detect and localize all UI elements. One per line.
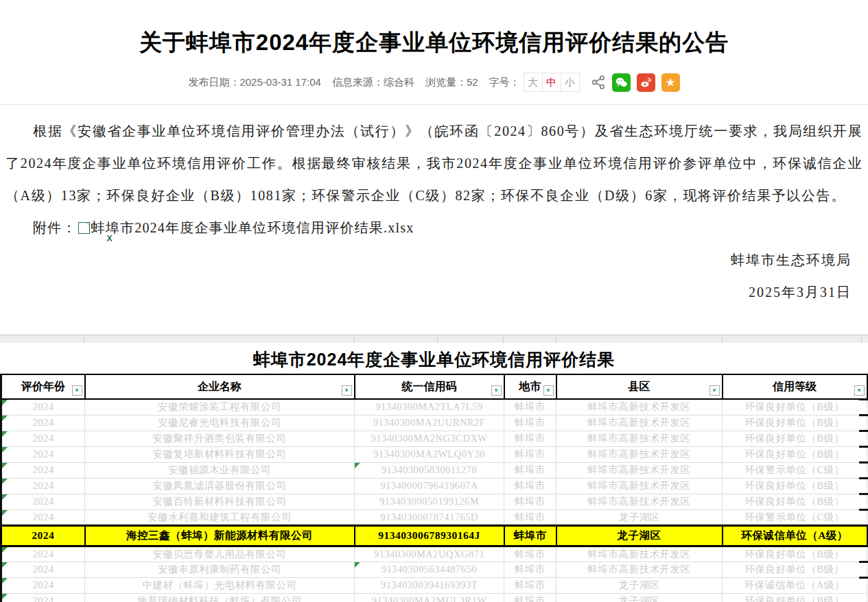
cell-flag-icon bbox=[2, 510, 8, 516]
attachment-label: 附件： bbox=[33, 220, 77, 235]
table-row-highlighted[interactable]: 2024海控三鑫（蚌埠）新能源材料有限公司91340300678930164J蚌… bbox=[1, 525, 867, 546]
header-code-label: 统一信用码 bbox=[402, 381, 457, 392]
wechat-icon[interactable] bbox=[612, 73, 631, 92]
page-title-text: 关于蚌埠市2024年度企事业单位环境信用评价结果的公告 bbox=[139, 29, 729, 55]
signature-org: 蚌埠市生态环境局 bbox=[5, 244, 852, 276]
cell-flag-icon bbox=[2, 416, 8, 421]
filter-grade-icon[interactable]: ▼ bbox=[854, 385, 865, 396]
fontsize-medium-button[interactable]: 中 bbox=[542, 73, 561, 92]
header-divider bbox=[0, 104, 868, 105]
header-city: 地市▼ bbox=[504, 374, 556, 399]
cell-flag-icon bbox=[2, 562, 8, 568]
row-end-marker bbox=[859, 398, 868, 400]
page-title: 关于蚌埠市2024年度企事业单位环境信用评价结果的公告 bbox=[0, 27, 868, 58]
row-end-marker bbox=[859, 446, 868, 448]
announcement-paragraph: 根据《安徽省企事业单位环境信用评价管理办法（试行）》（皖环函〔2024〕860号… bbox=[5, 115, 863, 212]
spreadsheet-embed: 蚌埠市2024年度企事业单位环境信用评价结果 评价年份▼ 企业名称▼ 统一信用码… bbox=[0, 335, 868, 602]
filter-company-icon[interactable]: ▼ bbox=[342, 385, 352, 396]
view-count-label: 浏览量： bbox=[425, 76, 467, 88]
signature-date: 2025年3月31日 bbox=[5, 276, 852, 309]
header-year-label: 评价年份 bbox=[21, 381, 65, 392]
table-row[interactable]: 2024施普瑞德材料科技（蚌埠）有限公司91340300MA2MUL3R1W蚌埠… bbox=[1, 593, 867, 602]
row-end-marker bbox=[859, 577, 868, 579]
attachment-line: 附件：蚌埠市2024年度企事业单位环境信用评价结果.xlsx bbox=[5, 212, 863, 244]
share-bar: ★ bbox=[591, 73, 680, 92]
info-source-value: 综合科 bbox=[384, 76, 414, 88]
row-end-marker bbox=[859, 461, 868, 463]
table-row[interactable]: 2024安徽丰原利康制药有限公司913403005634487650蚌埠市蚌埠市… bbox=[1, 562, 867, 577]
row-end-marker bbox=[859, 477, 868, 479]
table-row[interactable]: 2024安徽尼睿光电科技有限公司91340300MA2UURNR2F蚌埠市蚌埠市… bbox=[1, 415, 867, 431]
info-source: 信息来源：综合科 bbox=[332, 76, 414, 89]
header-company-label: 企业名称 bbox=[198, 381, 242, 392]
article-body: 根据《安徽省企事业单位环境信用评价管理办法（试行）》（皖环函〔2024〕860号… bbox=[0, 115, 868, 309]
header-grade-label: 信用等级 bbox=[773, 381, 817, 392]
table-row[interactable]: 2024安徽荣耀涂装工程有限公司91340300MA2TLA7L59蚌埠市蚌埠市… bbox=[1, 399, 867, 415]
header-company: 企业名称▼ bbox=[85, 374, 355, 399]
header-year: 评价年份▼ bbox=[1, 374, 85, 399]
filter-code-icon[interactable]: ▼ bbox=[491, 385, 502, 396]
cell-flag-icon bbox=[2, 479, 8, 484]
cell-flag-icon bbox=[355, 562, 360, 568]
fontsize-small-button[interactable]: 小 bbox=[561, 73, 580, 92]
cell-flag-icon bbox=[2, 547, 8, 553]
table-row[interactable]: 2024安徽复培新材料科技有限公司91340300MA2WLQ0Y30蚌埠市蚌埠… bbox=[1, 446, 867, 462]
info-source-label: 信息来源： bbox=[332, 76, 384, 88]
spreadsheet-top-strip bbox=[0, 335, 868, 344]
signature-block: 蚌埠市生态环境局 2025年3月31日 bbox=[5, 244, 863, 309]
table-row[interactable]: 2024安徽水利嘉和建筑工程有限公司91340300078741765D蚌埠市龙… bbox=[1, 509, 867, 525]
attachment-link[interactable]: 蚌埠市2024年度企事业单位环境信用评价结果.xlsx bbox=[91, 220, 414, 235]
filter-district-icon[interactable]: ▼ bbox=[709, 385, 720, 396]
header-district: 县区▼ bbox=[556, 374, 723, 399]
row-end-marker bbox=[859, 561, 868, 563]
row-end-marker bbox=[859, 509, 868, 511]
header-district-label: 县区 bbox=[629, 381, 650, 392]
row-end-marker bbox=[859, 430, 868, 432]
header-city-label: 地市 bbox=[519, 381, 541, 392]
header-code: 统一信用码▼ bbox=[355, 374, 504, 399]
cell-flag-icon bbox=[2, 594, 8, 599]
fontsize-control: 大 中 小 bbox=[524, 73, 580, 92]
cell-flag-icon bbox=[2, 431, 8, 437]
article-meta-bar: 发布日期：2025-03-31 17:04 信息来源：综合科 浏览量：52 字号… bbox=[0, 73, 868, 92]
cell-flag-icon bbox=[355, 463, 360, 468]
filter-year-icon[interactable]: ▼ bbox=[72, 385, 82, 396]
publish-date-label: 发布日期： bbox=[188, 76, 239, 88]
row-end-marker bbox=[859, 493, 868, 495]
results-table: 评价年份▼ 企业名称▼ 统一信用码▼ 地市▼ 县区▼ 信用等级▼ 2024安徽荣… bbox=[0, 374, 868, 602]
cell-flag-icon bbox=[2, 400, 8, 405]
fontsize-label: 字号： bbox=[489, 76, 520, 89]
view-count-value: 52 bbox=[467, 76, 478, 88]
fontsize-large-button[interactable]: 大 bbox=[524, 73, 543, 92]
publish-date: 发布日期：2025-03-31 17:04 bbox=[188, 76, 320, 89]
header-grade: 信用等级▼ bbox=[723, 374, 867, 399]
table-row[interactable]: 2024安徽贝思母婴儿用品有限公司91340300MA2UQXG871蚌埠市蚌埠… bbox=[1, 546, 867, 562]
table-row[interactable]: 2024中建材（蚌埠）光电材料有限公司91340300394169393T蚌埠市… bbox=[1, 577, 867, 593]
table-header-row: 评价年份▼ 企业名称▼ 统一信用码▼ 地市▼ 县区▼ 信用等级▼ bbox=[1, 374, 867, 399]
publish-date-value: 2025-03-31 17:04 bbox=[239, 76, 320, 88]
view-count: 浏览量：52 bbox=[425, 76, 478, 89]
cell-flag-icon bbox=[2, 447, 8, 453]
weibo-icon[interactable] bbox=[637, 73, 655, 92]
cell-flag-icon bbox=[2, 463, 8, 468]
share-icon[interactable] bbox=[591, 75, 606, 90]
cell-flag-icon bbox=[2, 578, 8, 583]
filter-city-icon[interactable]: ▼ bbox=[543, 385, 554, 396]
cell-flag-icon bbox=[2, 494, 8, 500]
excel-file-icon bbox=[78, 222, 90, 234]
row-end-marker bbox=[859, 414, 868, 416]
table-title: 蚌埠市2024年度企事业单位环境信用评价结果 bbox=[0, 344, 868, 374]
table-row[interactable]: 2024安徽聚祥升酒类包装有限公司91340300MA2NG3CDXW蚌埠市蚌埠… bbox=[1, 431, 867, 446]
table-row[interactable]: 2024安徽凤凰滤清器股份有限公司91340000796419607A蚌埠市蚌埠… bbox=[1, 478, 867, 494]
favorite-star-icon[interactable]: ★ bbox=[661, 73, 680, 92]
table-row[interactable]: 2024安徽百特新材料科技有限公司91340300050199126M蚌埠市蚌埠… bbox=[1, 494, 867, 509]
table-row[interactable]: 2024安徽福源木业有限公司913403005830011278蚌埠市蚌埠市高新… bbox=[1, 462, 867, 478]
